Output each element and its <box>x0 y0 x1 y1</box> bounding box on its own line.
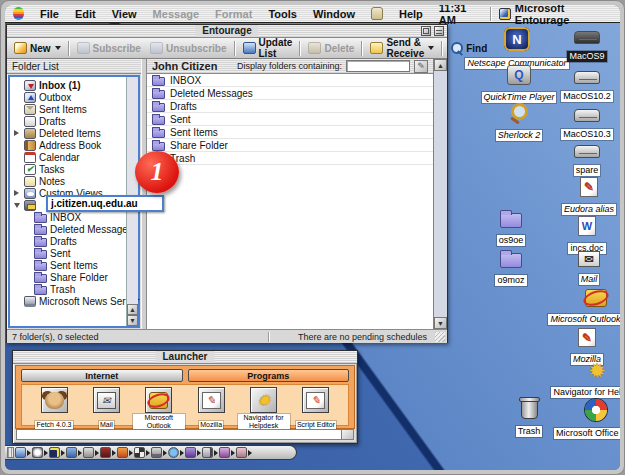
menu-window[interactable]: Window <box>305 5 363 22</box>
zoom-box-icon[interactable] <box>421 26 431 36</box>
folder-tree[interactable]: Inbox (1) Outbox Sent Items Drafts Delet… <box>8 75 140 328</box>
folder-item-address-book[interactable]: Address Book <box>10 139 126 151</box>
desktop-icon-o9moz-folder[interactable]: o9moz <box>476 253 546 287</box>
scroll-down-icon[interactable]: ▼ <box>127 315 138 326</box>
desktop-icon-eudora-alias[interactable]: ✎ Eudora alias <box>547 177 620 216</box>
launcher-mozilla-button[interactable]: ✎ Mozilla <box>185 387 237 425</box>
mail-folder-row-drafts[interactable]: Drafts <box>147 100 433 113</box>
folder-list-view[interactable]: INBOX Deleted Messages Drafts Sent Sent … <box>147 74 433 329</box>
disclosure-triangle-icon[interactable] <box>12 190 21 196</box>
cs-location-module[interactable] <box>185 447 201 458</box>
application-menu[interactable]: Microsoft Entourage <box>491 5 620 26</box>
edit-pencil-icon[interactable]: ✎ <box>414 60 428 73</box>
launcher-navigator-helpdesk-button[interactable]: ✹ Navigator for Helpdesk <box>238 387 290 425</box>
server-name-edit-field[interactable]: j.citizen.uq.edu.au <box>46 195 164 212</box>
folder-item-account-drafts[interactable]: Drafts <box>10 235 126 247</box>
folder-item-account-sent[interactable]: Sent <box>10 247 126 259</box>
mail-folder-row-trash[interactable]: Trash <box>147 152 433 165</box>
mail-folder-row-inbox[interactable]: INBOX <box>147 74 433 87</box>
launcher-outlook-express-button[interactable]: Microsoft Outlook Express <box>133 387 185 425</box>
folder-item-notes[interactable]: Notes <box>10 175 126 187</box>
control-strip[interactable] <box>5 445 297 460</box>
cs-desktop-pattern-module[interactable] <box>134 447 150 458</box>
resize-handle-icon[interactable] <box>435 332 445 342</box>
new-button[interactable]: New <box>10 40 65 57</box>
collapse-box-icon[interactable] <box>434 26 444 36</box>
desktop-icon-spare[interactable]: spare <box>549 145 620 177</box>
menu-view[interactable]: View <box>104 5 145 22</box>
desktop-icon-incs-doc[interactable]: W incs.doc <box>549 216 620 255</box>
menu-file[interactable]: File <box>32 5 67 22</box>
scroll-up-icon[interactable]: ▲ <box>434 59 447 71</box>
apple-icon <box>13 7 24 20</box>
folder-item-account-trash[interactable]: Trash <box>10 283 126 295</box>
outlook-express-icon <box>149 392 168 409</box>
mail-folder-row-share-folder[interactable]: Share Folder <box>147 139 433 152</box>
cs-display-module[interactable] <box>15 447 31 458</box>
desktop-icon-macos10-3[interactable]: MacOS10.3 <box>549 109 620 141</box>
desktop-icon-os9oe-folder[interactable]: os9oe <box>476 213 546 247</box>
launcher-horizontal-scrollbar[interactable] <box>16 429 354 440</box>
send-receive-button[interactable]: Send & Receive <box>366 40 438 57</box>
cs-cd-audio-module[interactable] <box>100 447 116 458</box>
cs-file-sharing-module[interactable] <box>66 447 82 458</box>
disclosure-triangle-icon[interactable] <box>12 130 21 136</box>
folder-item-account-sent-items[interactable]: Sent Items <box>10 259 126 271</box>
module-arrow-icon <box>78 450 82 456</box>
tab-internet[interactable]: Internet <box>21 369 183 382</box>
control-strip-handle[interactable] <box>7 447 14 458</box>
scroll-down-icon[interactable]: ▼ <box>434 317 447 329</box>
desktop-icon-macos9[interactable]: MacOS9 <box>549 31 620 63</box>
mail-folder-icon <box>34 286 47 295</box>
cs-quicktime-module[interactable] <box>168 447 184 458</box>
folder-item-calendar[interactable]: Calendar <box>10 151 126 163</box>
tab-programs[interactable]: Programs <box>188 369 350 382</box>
desktop-icon-navigator-for-helpdesk[interactable]: ✹ Navigator for Helpdes <box>547 361 620 399</box>
cs-keychain-module[interactable] <box>83 447 99 458</box>
update-list-button[interactable]: Update List <box>239 40 297 57</box>
cs-printer-module[interactable] <box>151 447 167 458</box>
desktop-icon-macos10-2[interactable]: MacOS10.2 <box>549 71 620 103</box>
mail-folder-row-deleted-messages[interactable]: Deleted Messages <box>147 87 433 100</box>
cs-monitor-depth-module[interactable] <box>117 447 133 458</box>
cs-clock-module[interactable] <box>32 447 48 458</box>
cs-disk-module[interactable] <box>236 447 252 458</box>
menu-help[interactable]: Help <box>391 5 431 22</box>
folder-item-tasks[interactable]: Tasks <box>10 163 126 175</box>
folder-item-account-inbox[interactable]: INBOX <box>10 211 126 223</box>
desktop[interactable]: N Netscape Communicator MacOS9 Q QuickTi… <box>5 23 620 470</box>
cs-energy-saver-module[interactable] <box>49 447 65 458</box>
launcher-fetch-button[interactable]: Fetch 4.0.3 <box>28 387 80 425</box>
mail-folder-row-sent-items[interactable]: Sent Items <box>147 126 433 139</box>
folder-item-inbox[interactable]: Inbox (1) <box>10 79 126 91</box>
disclosure-triangle-icon[interactable] <box>12 203 21 208</box>
launcher-mail-button[interactable]: ✉ Mail <box>80 387 132 425</box>
launcher-title-bar[interactable]: Launcher <box>13 351 357 364</box>
menu-edit[interactable]: Edit <box>67 5 104 22</box>
entourage-title-bar[interactable]: Entourage <box>7 25 447 38</box>
applescript-menu[interactable] <box>363 5 391 22</box>
mail-folder-row-sent[interactable]: Sent <box>147 113 433 126</box>
menu-tools[interactable]: Tools <box>260 5 305 22</box>
folder-item-outbox[interactable]: Outbox <box>10 91 126 103</box>
desktop-icon-outlook-express-alias[interactable]: Microsoft Outlook Expr <box>546 289 620 326</box>
launcher-script-editor-button[interactable]: ✎ Script Editor <box>290 387 342 425</box>
menubar-clock[interactable]: 11:31 AM <box>431 5 490 26</box>
cs-sound-volume-module[interactable] <box>202 447 218 458</box>
desktop-icon-mail-alias[interactable]: ✉ Mail <box>547 251 620 286</box>
filter-input[interactable] <box>346 60 410 72</box>
find-magnifier-icon <box>450 42 463 54</box>
scroll-up-icon[interactable]: ▲ <box>127 304 138 315</box>
desktop-icon-microsoft-office[interactable]: Microsoft Office 200 <box>546 399 620 440</box>
folder-item-account-deleted-messages[interactable]: Deleted Messages <box>10 223 126 235</box>
folder-item-drafts[interactable]: Drafts <box>10 115 126 127</box>
cs-speech-module[interactable] <box>219 447 235 458</box>
folder-item-account-share-folder[interactable]: Share Folder <box>10 271 126 283</box>
folder-item-deleted-items[interactable]: Deleted Items <box>10 127 126 139</box>
find-button[interactable]: Find <box>446 40 491 57</box>
folder-item-sent-items[interactable]: Sent Items <box>10 103 126 115</box>
apple-menu[interactable] <box>5 5 32 22</box>
main-pane-scrollbar[interactable]: ▲ ▼ <box>433 59 447 329</box>
folder-item-news-server[interactable]: Microsoft News Server <box>10 295 126 307</box>
desktop-icon-label: Eudora alias <box>562 204 616 215</box>
